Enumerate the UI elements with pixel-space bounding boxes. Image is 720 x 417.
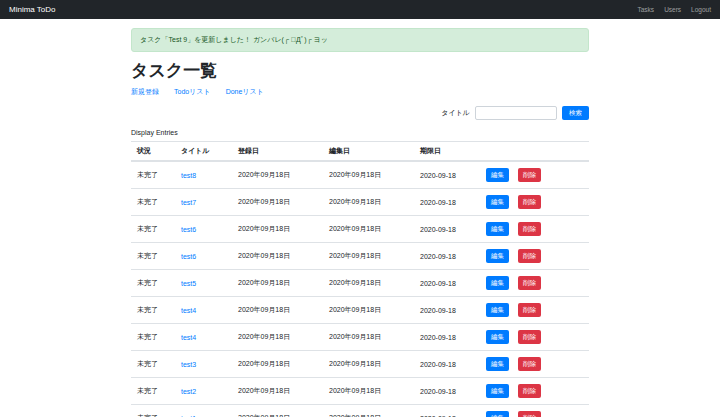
delete-cell: 削除: [516, 324, 589, 351]
edit-button[interactable]: 編集: [486, 303, 509, 318]
edit-cell: 編集: [484, 297, 516, 324]
column-header-registered: 登録日: [232, 142, 323, 162]
task-title-link[interactable]: test7: [181, 199, 196, 206]
edited-date-cell: 2020年09月18日: [323, 351, 414, 378]
edit-button[interactable]: 編集: [486, 276, 509, 291]
subnav-link-todo-list[interactable]: Todoリスト: [174, 87, 211, 97]
edited-date-cell: 2020年09月18日: [323, 161, 414, 189]
edit-button[interactable]: 編集: [486, 330, 509, 345]
registered-date-cell: 2020年09月18日: [232, 270, 323, 297]
header-row: 状況 タイトル 登録日 編集日 期限日: [131, 142, 589, 162]
subnav-link-done-list[interactable]: Doneリスト: [226, 87, 264, 97]
navbar-link-users[interactable]: Users: [664, 6, 681, 13]
edit-button[interactable]: 編集: [486, 411, 509, 417]
registered-date-cell: 2020年09月18日: [232, 189, 323, 216]
status-cell: 未完了: [131, 405, 175, 417]
task-title-link[interactable]: test6: [181, 253, 196, 260]
delete-button[interactable]: 削除: [518, 330, 541, 345]
delete-cell: 削除: [516, 405, 589, 417]
edit-cell: 編集: [484, 216, 516, 243]
delete-cell: 削除: [516, 351, 589, 378]
edited-date-cell: 2020年09月18日: [323, 216, 414, 243]
table-row: 未完了 test6 2020年09月18日 2020年09月18日 2020-0…: [131, 216, 589, 243]
task-title-link[interactable]: test4: [181, 307, 196, 314]
task-title-link[interactable]: test4: [181, 334, 196, 341]
edit-cell: 編集: [484, 161, 516, 189]
search-button[interactable]: 検索: [562, 106, 589, 120]
status-cell: 未完了: [131, 189, 175, 216]
navbar-link-logout[interactable]: Logout: [691, 6, 711, 13]
main-container: タスク「Test 9」を更新しました！ ガンバレ(┌ ﾟДﾟ)┌ ヨッ タスク一…: [131, 28, 589, 417]
top-navbar: Minima ToDo Tasks Users Logout: [0, 0, 720, 19]
status-cell: 未完了: [131, 378, 175, 405]
task-table-body: 未完了 test8 2020年09月18日 2020年09月18日 2020-0…: [131, 161, 589, 417]
edit-cell: 編集: [484, 270, 516, 297]
delete-cell: 削除: [516, 297, 589, 324]
registered-date-cell: 2020年09月18日: [232, 161, 323, 189]
delete-button[interactable]: 削除: [518, 303, 541, 318]
search-label: タイトル: [441, 108, 470, 118]
column-header-status: 状況: [131, 142, 175, 162]
column-header-edited: 編集日: [323, 142, 414, 162]
registered-date-cell: 2020年09月18日: [232, 216, 323, 243]
status-cell: 未完了: [131, 297, 175, 324]
edited-date-cell: 2020年09月18日: [323, 189, 414, 216]
title-cell: test7: [175, 189, 232, 216]
title-cell: test6: [175, 216, 232, 243]
delete-button[interactable]: 削除: [518, 276, 541, 291]
delete-cell: 削除: [516, 378, 589, 405]
subnav-link-new[interactable]: 新規登録: [131, 87, 159, 97]
deadline-cell: 2020-09-18: [414, 405, 484, 417]
task-title-link[interactable]: test8: [181, 172, 196, 179]
edit-button[interactable]: 編集: [486, 222, 509, 237]
edit-button[interactable]: 編集: [486, 168, 509, 183]
deadline-cell: 2020-09-18: [414, 378, 484, 405]
title-cell: test4: [175, 297, 232, 324]
delete-button[interactable]: 削除: [518, 384, 541, 399]
task-title-link[interactable]: test3: [181, 361, 196, 368]
edit-cell: 編集: [484, 405, 516, 417]
edit-button[interactable]: 編集: [486, 357, 509, 372]
delete-cell: 削除: [516, 216, 589, 243]
table-row: 未完了 test8 2020年09月18日 2020年09月18日 2020-0…: [131, 161, 589, 189]
delete-button[interactable]: 削除: [518, 222, 541, 237]
task-title-link[interactable]: test5: [181, 280, 196, 287]
delete-cell: 削除: [516, 189, 589, 216]
column-header-title: タイトル: [175, 142, 232, 162]
delete-button[interactable]: 削除: [518, 195, 541, 210]
title-cell: test8: [175, 161, 232, 189]
delete-cell: 削除: [516, 270, 589, 297]
edited-date-cell: 2020年09月18日: [323, 270, 414, 297]
deadline-cell: 2020-09-18: [414, 324, 484, 351]
edit-button[interactable]: 編集: [486, 195, 509, 210]
deadline-cell: 2020-09-18: [414, 189, 484, 216]
status-cell: 未完了: [131, 324, 175, 351]
table-row: 未完了 test7 2020年09月18日 2020年09月18日 2020-0…: [131, 189, 589, 216]
registered-date-cell: 2020年09月18日: [232, 351, 323, 378]
edit-cell: 編集: [484, 378, 516, 405]
search-input[interactable]: [475, 106, 557, 120]
navbar-link-tasks[interactable]: Tasks: [638, 6, 655, 13]
edited-date-cell: 2020年09月18日: [323, 297, 414, 324]
registered-date-cell: 2020年09月18日: [232, 297, 323, 324]
navbar-brand[interactable]: Minima ToDo: [9, 5, 56, 14]
deadline-cell: 2020-09-18: [414, 243, 484, 270]
title-cell: test4: [175, 324, 232, 351]
registered-date-cell: 2020年09月18日: [232, 405, 323, 417]
delete-button[interactable]: 削除: [518, 168, 541, 183]
edit-cell: 編集: [484, 351, 516, 378]
alert-message: タスク「Test 9」を更新しました！ ガンバレ(┌ ﾟДﾟ)┌ ヨッ: [140, 36, 328, 43]
table-row: 未完了 test1 2020年09月18日 2020年09月18日 2020-0…: [131, 405, 589, 417]
delete-button[interactable]: 削除: [518, 411, 541, 417]
edit-button[interactable]: 編集: [486, 384, 509, 399]
task-title-link[interactable]: test6: [181, 226, 196, 233]
registered-date-cell: 2020年09月18日: [232, 378, 323, 405]
deadline-cell: 2020-09-18: [414, 297, 484, 324]
page-title: タスク一覧: [131, 59, 589, 82]
task-title-link[interactable]: test2: [181, 388, 196, 395]
edit-button[interactable]: 編集: [486, 249, 509, 264]
delete-button[interactable]: 削除: [518, 249, 541, 264]
title-cell: test5: [175, 270, 232, 297]
delete-button[interactable]: 削除: [518, 357, 541, 372]
title-cell: test1: [175, 405, 232, 417]
